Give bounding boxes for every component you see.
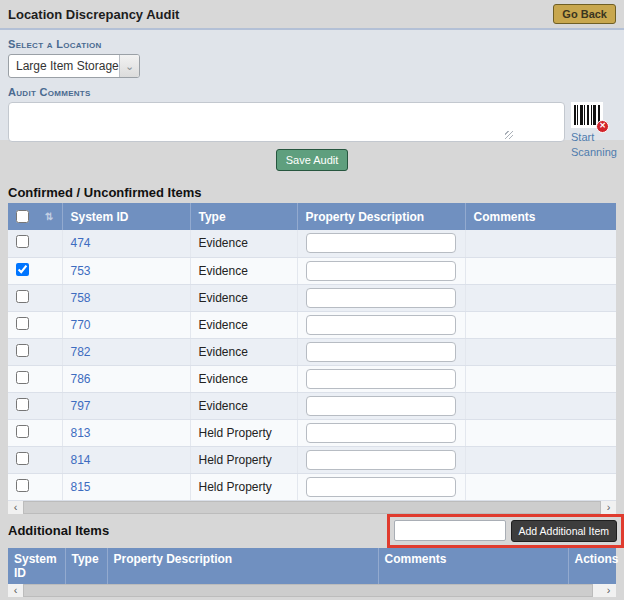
system-id-link[interactable]: 782 [71,345,91,359]
table-row: 786 Evidence [8,365,616,392]
row-checkbox[interactable] [16,425,29,438]
table-row: 797 Evidence [8,392,616,419]
row-checkbox[interactable] [16,398,29,411]
system-id-link[interactable]: 815 [71,480,91,494]
scanner-error-icon: ✕ [596,120,609,133]
table-row: 782 Evidence [8,338,616,365]
confirmed-items-heading: Confirmed / Unconfirmed Items [8,185,616,200]
column-header-comments: Comments [465,203,616,230]
table-row: 813 Held Property [8,419,616,446]
row-checkbox[interactable] [16,263,29,276]
property-description-input[interactable] [306,342,456,362]
table-row: 758 Evidence [8,284,616,311]
comments-label: Audit Comments [8,86,616,98]
property-description-input[interactable] [306,315,456,335]
location-select[interactable]: Large Item Storage ⌄ [8,54,140,78]
type-cell-text: Evidence [199,236,248,250]
system-id-link[interactable]: 770 [71,318,91,332]
comments-cell [465,311,616,338]
column-header-system-id: System ID [62,203,190,230]
system-id-link[interactable]: 814 [71,453,91,467]
column-header-system-id: System ID [8,548,65,584]
scrollbar-thumb[interactable] [23,584,593,597]
start-scanning-button[interactable]: ✕ Start Scanning [571,102,617,160]
comments-cell [465,392,616,419]
additional-items-heading: Additional Items [8,523,109,538]
comments-cell [465,338,616,365]
row-checkbox[interactable] [16,317,29,330]
row-checkbox[interactable] [16,235,29,248]
scroll-right-icon[interactable]: › [601,501,616,514]
column-header-actions: Actions [568,548,616,584]
row-checkbox[interactable] [16,290,29,303]
sort-icon[interactable]: ⇅ [45,211,53,222]
type-cell-text: Held Property [199,480,272,494]
property-description-input[interactable] [306,233,456,253]
comments-cell [465,419,616,446]
system-id-link[interactable]: 813 [71,426,91,440]
table-row: 753 Evidence [8,257,616,284]
system-id-link[interactable]: 753 [71,264,91,278]
scroll-left-icon[interactable]: ‹ [8,501,23,514]
confirmed-header-row: ⇅ System ID Type Property Description Co… [8,203,616,230]
row-checkbox[interactable] [16,479,29,492]
row-checkbox[interactable] [16,452,29,465]
property-description-input[interactable] [306,477,456,497]
comments-cell [465,446,616,473]
property-description-input[interactable] [306,261,456,281]
confirmed-table-scrollbar: ‹ › [8,501,616,514]
column-header-property-description: Property Description [107,548,378,584]
additional-item-input[interactable] [394,520,506,541]
barcode-icon: ✕ [571,102,603,128]
column-header-comments: Comments [378,548,568,584]
chevron-down-icon: ⌄ [119,55,139,77]
row-checkbox[interactable] [16,344,29,357]
column-header-property-description: Property Description [297,203,465,230]
type-cell-text: Held Property [199,453,272,467]
comments-cell [465,284,616,311]
comments-cell [465,257,616,284]
additional-header-row: System ID Type Property Description Comm… [8,548,616,584]
location-label: Select a Location [8,38,616,50]
type-cell-text: Evidence [199,345,248,359]
confirmed-items-table: ⇅ System ID Type Property Description Co… [8,203,616,501]
property-description-input[interactable] [306,423,456,443]
scroll-right-icon[interactable]: › [601,584,616,597]
property-description-input[interactable] [306,450,456,470]
type-cell-text: Evidence [199,372,248,386]
table-row: 770 Evidence [8,311,616,338]
system-id-link[interactable]: 797 [71,399,91,413]
comments-cell [465,365,616,392]
additional-items-table: System ID Type Property Description Comm… [8,548,616,584]
comments-row: ✕ Start Scanning [8,102,616,160]
resize-grip-icon[interactable] [505,131,513,139]
go-back-button[interactable]: Go Back [553,4,616,24]
select-all-checkbox[interactable] [16,210,29,223]
property-description-input[interactable] [306,369,456,389]
property-description-input[interactable] [306,396,456,416]
type-cell-text: Held Property [199,426,272,440]
audit-form-panel: Select a Location Large Item Storage ⌄ A… [0,30,624,140]
column-header-type: Type [65,548,107,584]
type-cell-text: Evidence [199,291,248,305]
table-row: 814 Held Property [8,446,616,473]
system-id-link[interactable]: 758 [71,291,91,305]
system-id-link[interactable]: 786 [71,372,91,386]
additional-table-scrollbar: ‹ › [8,584,616,597]
scroll-left-icon[interactable]: ‹ [8,584,23,597]
start-scanning-label: Start Scanning [571,130,617,160]
property-description-input[interactable] [306,288,456,308]
audit-comments-textarea[interactable] [8,102,565,142]
top-bar: Location Discrepancy Audit Go Back [0,0,624,30]
type-cell-text: Evidence [199,318,248,332]
add-additional-item-button[interactable]: Add Additional Item [511,520,617,542]
system-id-link[interactable]: 474 [71,236,91,250]
comments-cell [465,230,616,257]
textarea-wrap [8,102,565,142]
location-select-value: Large Item Storage [9,59,119,73]
comments-cell [465,473,616,500]
type-cell-text: Evidence [199,264,248,278]
scrollbar-thumb[interactable] [23,501,601,514]
row-checkbox[interactable] [16,371,29,384]
table-row: 474 Evidence [8,230,616,257]
